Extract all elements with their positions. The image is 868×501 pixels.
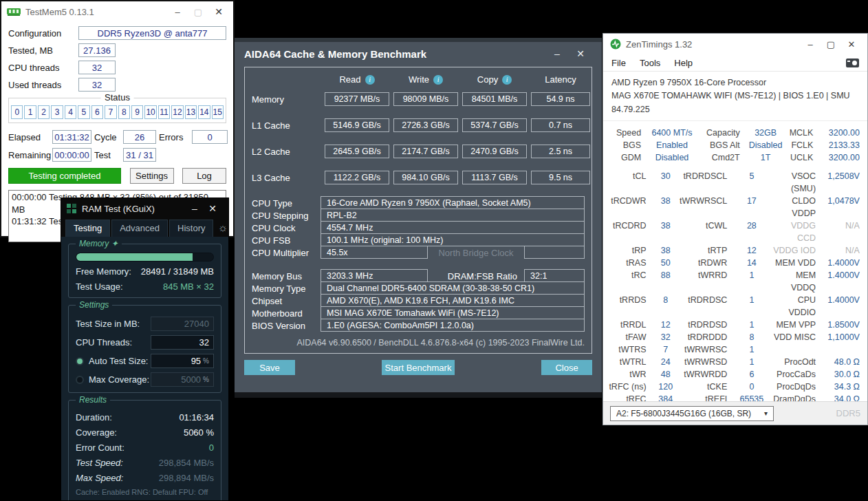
minimize-icon[interactable]: – [545, 48, 569, 59]
maximize-icon[interactable]: ▢ [188, 7, 208, 17]
close-icon[interactable]: ✕ [569, 48, 592, 59]
status-box: 6 [91, 105, 103, 119]
memory-info-row: Chipset AMD X670(E), AMD K19.6 FCH, AMD … [252, 295, 585, 307]
results-footnote: Cache: Enabled RNG: Default FPU: Off [76, 488, 214, 496]
timing-label: tWR [609, 368, 652, 381]
test-value: 31 / 31 [123, 148, 156, 162]
max-coverage-option[interactable]: Max Coverage: [76, 374, 149, 385]
voltage-label: ProcOdt [770, 356, 821, 368]
copy-column-header: Copy i [462, 74, 527, 85]
tab-history[interactable]: History [169, 220, 213, 237]
tab-advanced[interactable]: Advanced [111, 220, 168, 237]
window-title: AIDA64 Cache & Memory Benchmark [244, 48, 545, 60]
settings-group: Settings Test Size in MB: 27040 CPU Thre… [68, 305, 221, 393]
memory-info-rows: Memory Type Dual Channel DDR5-6400 SDRAM… [252, 282, 585, 332]
timing-label: tCWL [680, 220, 733, 244]
aida64-titlebar: AIDA64 Cache & Memory Benchmark – ✕ [235, 42, 602, 65]
config-value: DDR5 Ryzen3D @ anta777 [78, 26, 226, 40]
memory-bus-label: Memory Bus [252, 271, 321, 281]
remaining-value: 00:00:00 [52, 148, 91, 162]
maximize-icon[interactable]: ▢ [821, 39, 841, 50]
timing-value: 32 [652, 331, 680, 343]
screenshot-camera-icon[interactable] [846, 58, 859, 67]
dimm-select-dropdown[interactable]: A2: F5-6800J3445G16G (16GB, SR) ▾ [610, 406, 774, 421]
timing-label: tRDRDSD [680, 319, 733, 331]
ram-stick-icon [7, 8, 21, 17]
status-box: 7 [105, 105, 116, 119]
test-size-field[interactable]: 27040 [151, 317, 214, 331]
tab-testing[interactable]: Testing [65, 220, 110, 237]
info-label: Capacity [697, 127, 746, 139]
timing-label: tRRDL [609, 319, 652, 331]
info-icon[interactable]: i [365, 75, 375, 85]
menu-help[interactable]: Help [674, 58, 693, 68]
auto-test-size-option[interactable]: Auto Test Size: [76, 356, 148, 366]
info-icon[interactable]: i [433, 75, 443, 85]
dram-fsb-ratio-value: 32:1 [524, 269, 585, 282]
bench-row-label: L2 Cache [252, 147, 321, 157]
latency-value: 54.9 ns [531, 92, 590, 106]
timing-label: tRP [609, 244, 652, 257]
cpu-threads-field[interactable]: 32 [151, 335, 214, 350]
percent-unit: % [203, 376, 209, 383]
start-benchmark-button[interactable]: Start Benchmark [382, 360, 455, 375]
aida64-buttons: Save Start Benchmark Close [244, 360, 592, 375]
voltage-value: 1,1000V [821, 331, 862, 343]
voltage-value: 34.3 Ω [821, 381, 862, 393]
timing-label: tWRWRDD [680, 368, 733, 381]
minimize-icon[interactable]: – [167, 7, 188, 17]
window-ramtest-kguix: RAM Test (KGuiX) – ✕ Testing Advanced Hi… [61, 198, 229, 501]
status-box: 14 [198, 105, 210, 119]
menu-file[interactable]: File [611, 58, 626, 68]
voltage-value: 1.4000V [821, 269, 862, 294]
minimize-icon[interactable]: – [186, 203, 204, 214]
cpu-info-label: CPU Clock [252, 223, 321, 233]
timing-value: 30 [652, 170, 680, 195]
copy-value: 2470.9 GB/s [462, 145, 527, 158]
timing-value: 1 [733, 319, 770, 331]
max-coverage-field[interactable]: 5000 % [151, 372, 214, 387]
cpu-info-row: CPU FSB 100.1 MHz (original: 100 MHz) [252, 234, 585, 246]
save-button[interactable]: Save [244, 360, 295, 375]
testing-completed-button[interactable]: Testing completed [8, 168, 121, 184]
kguix-app-icon [67, 204, 76, 213]
status-box: 9 [131, 105, 143, 119]
stats-grid: Elapsed 01:31:32 Cycle 26 Errors 0 Remai… [8, 130, 226, 162]
voltage-label: CPU VDDIO [770, 294, 821, 319]
north-bridge-clock-label: North Bridge Clock [428, 248, 524, 258]
minimize-icon[interactable]: – [800, 39, 821, 50]
field-label: Used threads [8, 80, 78, 90]
info-label: Speed [609, 127, 647, 139]
latency-value: 2.5 ns [531, 145, 590, 158]
timing-label: tWTRS [609, 343, 652, 356]
close-icon[interactable]: ✕ [841, 39, 862, 50]
log-button[interactable]: Log [182, 168, 226, 184]
north-bridge-clock-value [524, 246, 585, 259]
auto-test-size-field[interactable]: 95 % [151, 354, 214, 368]
menu-tools[interactable]: Tools [640, 58, 660, 68]
write-column-header: Write i [393, 74, 458, 85]
remaining-label: Remaining [8, 150, 50, 160]
memory-info-value: 1.E0 (AGESA: ComboAm5PI 1.2.0.0a) [321, 319, 585, 332]
close-button[interactable]: Close [541, 360, 592, 375]
latency-value: 9.5 ns [531, 171, 590, 184]
info-value: Disabled [647, 151, 697, 164]
close-icon[interactable]: ✕ [208, 6, 229, 17]
radio-selected-icon[interactable] [76, 357, 84, 365]
test-usage-value: 845 MB × 32 [163, 281, 214, 292]
timing-value: 5 [733, 170, 770, 195]
info-icon[interactable]: i [502, 75, 512, 85]
timing-label: tRFC (ns) [609, 381, 652, 393]
memory-info-label: Motherboard [252, 308, 321, 319]
dimm-selected-value: A2: F5-6800J3445G16G (16GB, SR) [616, 409, 751, 418]
theme-toggle-sun-icon[interactable]: ☼ [215, 222, 229, 237]
close-icon[interactable]: ✕ [204, 203, 221, 214]
voltage-value: 1.4000V [821, 257, 862, 269]
memory-info-row: Motherboard MSI MAG X670E Tomahawk WiFi … [252, 307, 585, 319]
latency-column-header: Latency [531, 74, 590, 85]
settings-button[interactable]: Settings [130, 168, 174, 184]
radio-unselected-icon[interactable] [76, 376, 84, 384]
cpu-threads-label: CPU Threads: [76, 337, 132, 348]
timing-label: tRAS [609, 257, 652, 269]
sparkle-icon: ✦ [111, 239, 118, 248]
